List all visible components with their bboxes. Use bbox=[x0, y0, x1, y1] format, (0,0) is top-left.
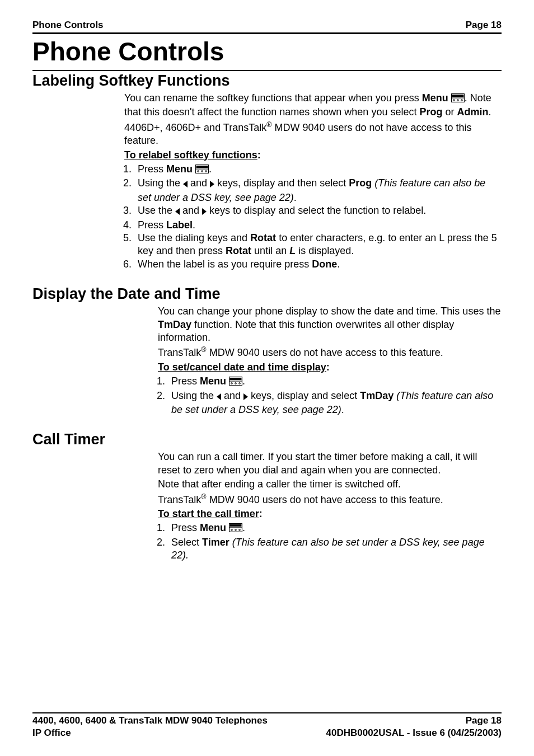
page-header: Phone Controls Page 18 bbox=[32, 19, 502, 34]
labeling-subhead: To relabel softkey functions: bbox=[124, 149, 502, 162]
registered-mark: ® bbox=[201, 493, 206, 501]
right-arrow-icon bbox=[202, 205, 207, 218]
section-body-labeling: You can rename the softkey functions tha… bbox=[124, 92, 502, 271]
datetime-intro1: You can change your phone display to sho… bbox=[158, 305, 502, 344]
section-heading-timer: Call Timer bbox=[32, 430, 502, 449]
datetime-step-2: Using the and keys, display and select T… bbox=[168, 389, 502, 417]
section-heading-labeling: Labeling Softkey Functions bbox=[32, 71, 502, 91]
page-footer: 4400, 4600, 6400 & TransTalk MDW 9040 Te… bbox=[32, 712, 502, 739]
menu-icon bbox=[229, 376, 242, 389]
labeling-step-6: When the label is as you require press D… bbox=[134, 258, 502, 271]
labeling-steps: Press Menu . Using the and keys, display… bbox=[124, 163, 502, 271]
labeling-intro2: 4406D+, 4606D+ and TransTalk® MDW 9040 u… bbox=[124, 120, 502, 148]
datetime-step-1: Press Menu . bbox=[168, 375, 502, 389]
datetime-subhead: To set/cancel date and time display: bbox=[158, 361, 502, 374]
left-arrow-icon bbox=[175, 205, 180, 218]
header-left: Phone Controls bbox=[32, 19, 104, 31]
header-right: Page 18 bbox=[466, 19, 502, 31]
menu-icon bbox=[195, 164, 209, 177]
main-title: Phone Controls bbox=[32, 35, 502, 69]
right-arrow-icon bbox=[243, 391, 248, 403]
timer-intro3: TransTalk® MDW 9040 users do not have ac… bbox=[158, 492, 502, 506]
left-arrow-icon bbox=[217, 391, 221, 403]
section-body-datetime: You can change your phone display to sho… bbox=[158, 305, 502, 416]
right-arrow-icon bbox=[210, 178, 214, 191]
section-body-timer: You can run a call timer. If you start t… bbox=[158, 450, 502, 562]
labeling-step-5: Use the dialing keys and Rotat to enter … bbox=[134, 232, 502, 258]
footer-row2-left: IP Office bbox=[32, 727, 71, 739]
footer-row2-right: 40DHB0002USAL - Issue 6 (04/25/2003) bbox=[326, 727, 502, 739]
labeling-step-3: Use the and keys to display and select t… bbox=[134, 204, 502, 218]
timer-step-2: Select Timer (This feature can also be s… bbox=[168, 536, 502, 562]
datetime-steps: Press Menu . Using the and keys, display… bbox=[158, 375, 502, 416]
footer-row1-left: 4400, 4600, 6400 & TransTalk MDW 9040 Te… bbox=[32, 715, 268, 727]
footer-row1-right: Page 18 bbox=[466, 715, 502, 727]
labeling-intro1: You can rename the softkey functions tha… bbox=[124, 92, 502, 119]
datetime-intro2: TransTalk® MDW 9040 users do not have ac… bbox=[158, 345, 502, 359]
timer-subhead: To start the call timer: bbox=[158, 508, 502, 520]
section-heading-datetime: Display the Date and Time bbox=[32, 284, 502, 304]
labeling-step-4: Press Label. bbox=[134, 219, 502, 232]
left-arrow-icon bbox=[183, 178, 188, 191]
labeling-step-2: Using the and keys, display and then sel… bbox=[134, 177, 502, 204]
timer-intro1: You can run a call timer. If you start t… bbox=[158, 450, 502, 477]
labeling-step-1: Press Menu . bbox=[134, 163, 502, 177]
menu-icon bbox=[229, 523, 242, 536]
registered-mark: ® bbox=[201, 346, 206, 354]
timer-intro2: Note that after ending a caller the time… bbox=[158, 478, 502, 491]
timer-step-1: Press Menu . bbox=[168, 522, 502, 536]
menu-icon bbox=[451, 93, 465, 106]
timer-steps: Press Menu . Select Timer (This feature … bbox=[158, 522, 502, 562]
